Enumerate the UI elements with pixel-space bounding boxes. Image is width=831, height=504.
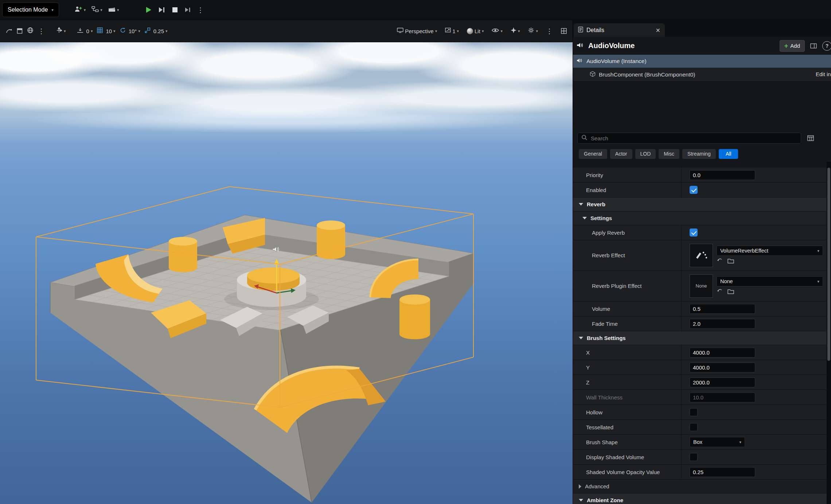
property-label: Hollow [573, 405, 682, 419]
main-toolbar: Selection Mode ▾ ▾ ▾ ▾ ⋮ [0, 0, 831, 20]
z-input[interactable] [690, 378, 755, 387]
camera-view-icon [397, 28, 403, 35]
section-brush-settings[interactable]: Brush Settings [573, 331, 827, 345]
scale-snap-button[interactable]: 0.25 ▾ [143, 26, 170, 36]
chevron-down-icon [582, 217, 587, 219]
section-reverb[interactable]: Reverb [573, 198, 827, 211]
filter-actor[interactable]: Actor [610, 149, 632, 159]
maximize-viewport-button[interactable] [15, 26, 25, 36]
brush-shape-combo[interactable]: Box ▾ [690, 437, 745, 447]
selection-mode-label: Selection Mode [8, 7, 48, 13]
stop-button[interactable] [168, 3, 182, 16]
selection-mode-dropdown[interactable]: Selection Mode ▾ [2, 3, 59, 17]
use-selected-asset-icon[interactable] [717, 289, 722, 296]
property-label: Priority [573, 168, 682, 182]
viewport-scene [0, 42, 573, 504]
screen-percentage-dropdown[interactable]: 1 ▾ [443, 26, 461, 36]
y-input[interactable] [690, 363, 755, 372]
blueprints-button[interactable]: ▾ [89, 4, 105, 16]
property-row-priority: Priority [573, 168, 827, 183]
chevron-down-icon: ▾ [817, 280, 819, 284]
property-label: Tessellated [573, 420, 682, 434]
transform-tool-button[interactable]: ▾ [54, 25, 68, 37]
browse-asset-icon[interactable] [727, 258, 734, 265]
perspective-dropdown[interactable]: Perspective ▾ [395, 26, 439, 36]
filter-all[interactable]: All [719, 149, 738, 159]
viewport-settings-dropdown[interactable]: ▾ [526, 25, 540, 37]
property-row-y: Y [573, 360, 827, 375]
property-row-shaded-volume-opacity: Shaded Volume Opacity Value [573, 465, 827, 480]
tree-row-brushcomponent[interactable]: BrushComponent (BrushComponent0) Edit in [573, 68, 831, 82]
use-selected-asset-icon[interactable] [717, 258, 722, 265]
skip-to-end-button[interactable] [182, 3, 195, 16]
close-icon[interactable]: ✕ [656, 27, 660, 34]
filter-lod[interactable]: LOD [635, 149, 656, 159]
reverb-plugin-thumbnail[interactable]: None [690, 274, 713, 298]
rotation-snap-button[interactable]: 10° ▾ [118, 26, 143, 36]
grid-snap-icon [97, 27, 103, 35]
property-label: Apply Reverb [573, 225, 682, 240]
viewport-3d[interactable] [0, 42, 573, 504]
viewport-more-kebab-icon[interactable]: ⋮ [544, 27, 555, 35]
reverb-effect-combo[interactable]: VolumeReverbEffect ▾ [717, 246, 823, 256]
chevron-down-icon: ▾ [435, 29, 437, 33]
play-options-kebab-icon[interactable]: ⋮ [195, 6, 206, 14]
property-label: Wall Thickness [573, 390, 682, 405]
tab-details[interactable]: Details ✕ [574, 23, 665, 37]
reverb-plugin-combo[interactable]: None ▾ [717, 276, 823, 286]
combo-value: None [720, 278, 733, 284]
subsection-settings[interactable]: Settings [573, 211, 827, 225]
display-settings-icon[interactable] [805, 133, 816, 143]
edit-in-link[interactable]: Edit in [816, 71, 831, 77]
shaded-volume-opacity-input[interactable] [690, 467, 755, 477]
open-blueprint-button[interactable] [808, 41, 819, 51]
surface-snap-button[interactable]: 0 ▾ [75, 26, 95, 36]
show-flags-dropdown[interactable]: ▾ [489, 26, 505, 36]
fade-time-input[interactable] [690, 319, 755, 329]
combo-value: Box [693, 439, 702, 445]
view-mode-dropdown[interactable]: Lit ▾ [465, 26, 486, 36]
apply-reverb-checkbox[interactable] [690, 228, 698, 237]
cinematics-button[interactable]: ▾ [105, 4, 122, 16]
viewport-options-button[interactable] [4, 26, 15, 36]
frame-skip-button[interactable] [155, 3, 168, 16]
chevron-down-icon: ▾ [51, 8, 54, 12]
property-row-brush-shape: Brush Shape Box ▾ [573, 435, 827, 450]
section-ambient-zone[interactable]: Ambient Zone [573, 493, 827, 504]
add-component-button[interactable]: + Add [780, 40, 805, 52]
tessellated-checkbox[interactable] [690, 423, 698, 431]
property-label: Volume [573, 301, 682, 316]
quad-view-button[interactable] [559, 26, 569, 36]
details-search-row [573, 130, 831, 146]
grid-snap-button[interactable]: 10 ▾ [95, 26, 117, 36]
hollow-checkbox[interactable] [690, 408, 698, 416]
search-input[interactable] [590, 135, 797, 142]
display-shaded-volume-checkbox[interactable] [690, 453, 698, 461]
filter-misc[interactable]: Misc [659, 149, 679, 159]
world-space-button[interactable] [25, 25, 36, 37]
enabled-checkbox[interactable] [690, 186, 698, 194]
reverb-effect-thumbnail[interactable] [690, 244, 713, 267]
x-input[interactable] [690, 348, 755, 358]
property-row-volume: Volume [573, 301, 827, 316]
gear-icon [528, 27, 534, 35]
filter-streaming[interactable]: Streaming [682, 149, 716, 159]
filter-general[interactable]: General [579, 149, 607, 159]
section-advanced[interactable]: Advanced [573, 480, 827, 493]
combo-value: VolumeReverbEffect [720, 248, 768, 254]
help-icon[interactable]: ? [822, 41, 831, 51]
wall-thickness-input [690, 392, 755, 402]
priority-input[interactable] [690, 170, 755, 180]
preview-effects-dropdown[interactable]: ▾ [508, 26, 522, 36]
play-button[interactable] [142, 3, 155, 16]
search-box[interactable] [577, 133, 801, 144]
browse-asset-icon[interactable] [727, 289, 734, 296]
add-actor-button[interactable]: ▾ [71, 4, 89, 16]
volume-input[interactable] [690, 304, 755, 314]
viewport-kebab-icon[interactable]: ⋮ [36, 27, 47, 35]
details-scrollbar[interactable] [827, 162, 831, 504]
scrollbar-thumb[interactable] [827, 168, 830, 361]
chevron-down-icon: ▾ [117, 8, 119, 12]
speaker-icon [577, 42, 585, 50]
tree-row-audiovolume-instance[interactable]: AudioVolume (Instance) [573, 55, 831, 68]
